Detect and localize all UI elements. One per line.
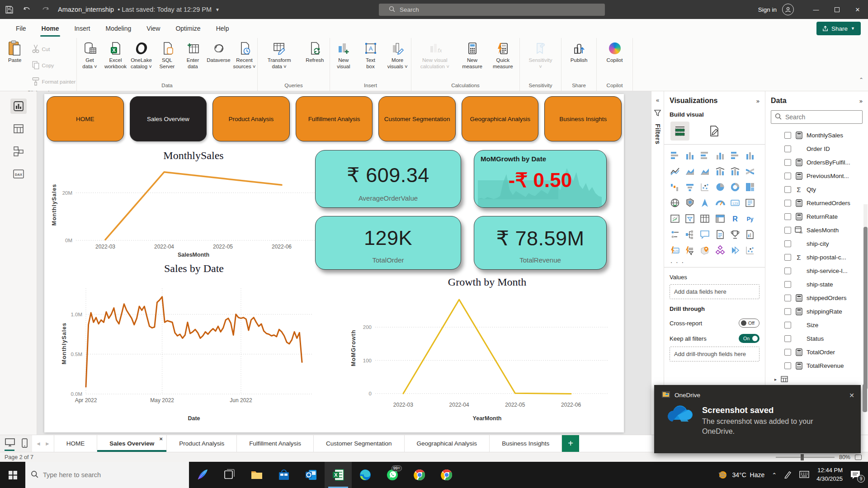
undo-icon[interactable]	[18, 0, 36, 19]
monthly-sales-line-chart[interactable]: MonthlySales0M20M2022-032022-042022-0520…	[49, 147, 320, 260]
copy-button[interactable]: Copy	[29, 58, 75, 73]
stacked-area-chart-icon[interactable]	[699, 166, 710, 177]
account-avatar[interactable]	[782, 4, 794, 15]
minimize-button[interactable]: —	[806, 0, 826, 19]
stacked-bar-chart-icon[interactable]	[670, 150, 680, 161]
sign-in-link[interactable]: Sign in	[758, 6, 777, 13]
nav-button-business-insights[interactable]: Business Insights	[544, 96, 622, 141]
nav-button-product-analysis[interactable]: Product Analysis	[212, 96, 290, 141]
keep-all-filters-toggle[interactable]: On	[739, 334, 760, 343]
line-stacked-column-chart-icon[interactable]	[715, 166, 726, 177]
matrix-icon[interactable]	[715, 213, 726, 224]
report-page[interactable]: HOMESales OverviewProduct AnalysisFulfil…	[44, 94, 624, 432]
format-painter-button[interactable]: Format painter	[29, 75, 75, 89]
prev-page-icon[interactable]: ◄	[36, 441, 41, 447]
close-button[interactable]: ✕	[847, 0, 868, 19]
save-icon[interactable]	[0, 0, 18, 19]
mobile-layout-icon[interactable]	[22, 438, 28, 449]
field-checkbox[interactable]	[784, 281, 791, 288]
hierarchy-visual-icon[interactable]	[715, 245, 726, 256]
whatsapp-icon[interactable]: 99+	[379, 462, 406, 488]
field-checkbox[interactable]	[784, 254, 791, 261]
custom-visual-icon[interactable]	[745, 245, 755, 256]
field-returnrate[interactable]: ReturnRate	[771, 210, 863, 223]
stacked-column-chart-icon[interactable]	[684, 150, 695, 161]
100-stacked-bar-chart-icon[interactable]	[730, 150, 741, 161]
metrics-icon[interactable]	[730, 229, 741, 240]
transform-button[interactable]: Transformdata ˅	[259, 41, 300, 70]
field-checkbox[interactable]	[784, 173, 791, 179]
pen-app-icon[interactable]	[189, 462, 216, 488]
funnel-chart-icon[interactable]	[684, 182, 695, 192]
pen-tray-icon[interactable]	[784, 470, 792, 480]
more-visuals-button[interactable]: Morevisuals ˅	[384, 41, 411, 70]
chrome-2-icon[interactable]	[433, 462, 460, 488]
table-group-row[interactable]: ▸	[771, 372, 863, 386]
qa-visual-icon[interactable]	[699, 229, 710, 240]
paste-button[interactable]: Paste	[1, 41, 29, 64]
more-visual-options[interactable]: . . .	[670, 257, 760, 264]
refresh-button[interactable]: Refresh	[301, 41, 329, 64]
page-tab-geographical-analysis[interactable]: Geographical Analysis	[405, 435, 490, 452]
field-totalrevenue[interactable]: TotalRevenue	[771, 359, 863, 372]
title-dropdown-caret[interactable]: ▼	[215, 7, 220, 12]
task-view-icon[interactable]	[216, 462, 243, 488]
onedrive-notification[interactable]: OneDrive ✕ Screenshot saved The screensh…	[654, 385, 861, 453]
field-returnedorders[interactable]: ReturnedOrders	[771, 196, 863, 210]
field-checkbox[interactable]	[784, 308, 791, 315]
taskbar-search-input[interactable]	[43, 471, 165, 479]
field-checkbox[interactable]	[784, 349, 791, 356]
page-tab-home[interactable]: HOME	[54, 435, 98, 452]
recent-button[interactable]: Recentsources ˅	[231, 41, 257, 70]
window-scrollbar[interactable]	[863, 384, 867, 412]
kpi-icon[interactable]	[670, 213, 680, 224]
edge-icon[interactable]	[352, 462, 379, 488]
desktop-layout-icon[interactable]	[5, 438, 15, 449]
field-checkbox[interactable]	[784, 295, 791, 301]
power-apps-visual-icon[interactable]: 123	[670, 245, 680, 256]
kpi-card-total-order[interactable]: 129K TotalOrder	[315, 216, 461, 270]
nav-button-fulfillment-analysis[interactable]: Fulfillment Analysis	[296, 96, 373, 141]
scatter-chart-icon[interactable]	[699, 182, 710, 192]
table-icon[interactable]	[699, 213, 710, 224]
field-ship-city[interactable]: ship-city	[771, 237, 863, 250]
field-previousmont-[interactable]: PreviousMont...	[771, 169, 863, 183]
filters-pane-label[interactable]: Filters	[654, 124, 661, 145]
nav-button-sales-overview[interactable]: Sales Overview	[130, 96, 207, 141]
share-button[interactable]: Share ▼	[816, 22, 861, 35]
copilot-button[interactable]: Copilot	[601, 41, 629, 64]
new-measure-button[interactable]: Newmeasure	[458, 41, 486, 70]
file-explorer-icon[interactable]	[243, 462, 270, 488]
100-stacked-column-chart-icon[interactable]	[745, 150, 755, 161]
action-center-icon[interactable]: 9	[850, 470, 862, 480]
excel-icon[interactable]: X	[325, 462, 352, 488]
sales-by-date-line-chart[interactable]: Sales by Date0.0M0.5M1.0MApr 2022May 202…	[48, 260, 315, 424]
build-visual-tab[interactable]	[670, 122, 689, 141]
dax-query-view-icon[interactable]: DAX	[10, 166, 27, 182]
kpi-card-total-revenue[interactable]: ₹ 78.59M TotalRevenue	[474, 216, 607, 270]
azure-map-icon[interactable]	[699, 197, 710, 208]
kpi-card-average-order-value[interactable]: ₹ 609.34 AverageOrderValue	[315, 150, 461, 208]
field-checkbox[interactable]	[784, 159, 791, 166]
sql-button[interactable]: SQLServer	[154, 41, 180, 70]
collapse-data-pane-icon[interactable]: »	[859, 98, 863, 104]
new-visual-button[interactable]: Newvisual	[330, 41, 357, 70]
dataverse-button[interactable]: Dataverse	[206, 41, 231, 64]
field-checkbox[interactable]	[784, 240, 791, 247]
field-checkbox[interactable]	[784, 335, 791, 342]
menu-view[interactable]: View	[139, 19, 168, 38]
pie-chart-icon[interactable]	[715, 182, 726, 192]
smart-narrative-icon[interactable]	[715, 229, 726, 240]
page-tab-business-insights[interactable]: Business Insights	[490, 435, 562, 452]
line-clustered-column-chart-icon[interactable]	[730, 166, 741, 177]
page-tab-fulfillment-analysis[interactable]: Fulfillment Analysis	[237, 435, 314, 452]
close-tab-icon[interactable]: ✕	[159, 436, 163, 441]
table-view-icon[interactable]	[10, 121, 27, 136]
field-order-id[interactable]: Order ID	[771, 142, 863, 155]
field-checkbox[interactable]	[784, 267, 791, 274]
menu-insert[interactable]: Insert	[66, 19, 98, 38]
menu-file[interactable]: File	[8, 19, 34, 38]
outlook-icon[interactable]	[297, 462, 325, 488]
menu-help[interactable]: Help	[208, 19, 237, 38]
field-checkbox[interactable]	[784, 186, 791, 193]
